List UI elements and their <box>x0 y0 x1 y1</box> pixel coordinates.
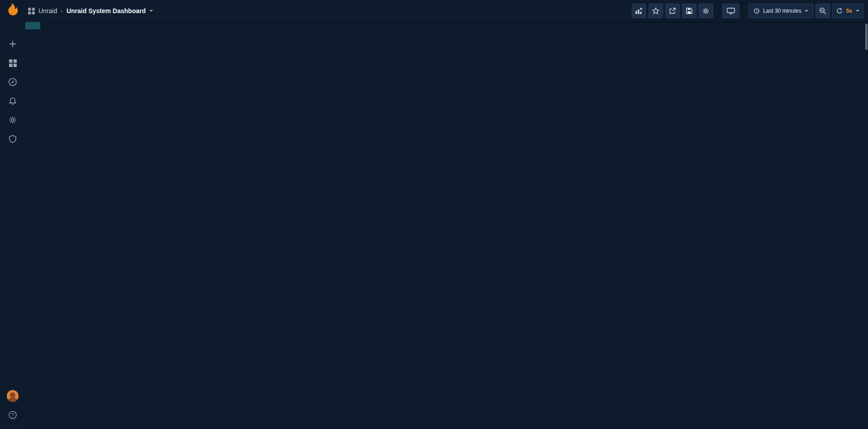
grafana-logo-icon[interactable] <box>6 3 22 19</box>
sidebar-item-configuration[interactable] <box>2 111 23 130</box>
sidebar-item-explore[interactable] <box>2 72 23 92</box>
variable-kwh-price[interactable]: kWh Price 0.65 <box>30 28 31 29</box>
time-range-picker[interactable]: Last 30 minutes <box>749 4 813 18</box>
tv-mode-button[interactable] <box>722 4 739 18</box>
star-button[interactable] <box>649 4 663 18</box>
user-avatar <box>7 390 19 402</box>
breadcrumb-folder[interactable]: Unraid <box>38 7 57 14</box>
sidebar: ? <box>0 22 25 429</box>
sidebar-item-help[interactable]: ? <box>2 405 23 424</box>
refresh-caret-icon[interactable] <box>856 10 859 12</box>
add-panel-button[interactable] <box>632 4 646 18</box>
time-range-caret-icon <box>805 10 808 12</box>
zoom-out-button[interactable] <box>816 4 830 18</box>
grafana-app: Unraid › Unraid System Dashboard <box>0 0 868 429</box>
refresh-interval-label[interactable]: 5s <box>846 8 852 14</box>
sidebar-item-profile[interactable] <box>2 386 23 405</box>
breadcrumb: Unraid › Unraid System Dashboard <box>28 7 153 14</box>
refresh-button[interactable]: 5s <box>832 4 863 18</box>
variable-label: Currency <box>36 29 36 29</box>
template-variables-row: kWh Price 0.65 Currency kr UPS Max Outpu… <box>30 28 36 29</box>
svg-text:?: ? <box>11 413 14 418</box>
page-scrollbar[interactable] <box>865 24 868 50</box>
breadcrumb-separator: › <box>61 7 63 14</box>
time-range-label: Last 30 minutes <box>763 8 801 14</box>
sidebar-item-create[interactable] <box>2 34 23 53</box>
dashboard-canvas: kWh Price 0.65 Currency kr UPS Max Outpu… <box>25 22 40 29</box>
save-button[interactable] <box>682 4 696 18</box>
top-nav: Unraid › Unraid System Dashboard <box>0 0 868 22</box>
dashboard-grid-icon <box>28 8 35 14</box>
nav-actions: Last 30 minutes 5s <box>632 4 863 18</box>
variable-label: kWh Price <box>30 29 31 29</box>
dashboard-settings-button[interactable] <box>699 4 713 18</box>
share-button[interactable] <box>665 4 680 18</box>
sidebar-item-dashboards[interactable] <box>2 53 23 72</box>
sidebar-item-server-admin[interactable] <box>2 130 23 149</box>
dashboard-title-caret-icon[interactable] <box>149 10 153 12</box>
dashboard-title[interactable]: Unraid System Dashboard <box>67 7 146 14</box>
sidebar-bottom: ? <box>2 386 23 424</box>
sidebar-item-alerting[interactable] <box>2 92 23 111</box>
variable-currency[interactable]: Currency kr <box>35 28 36 29</box>
